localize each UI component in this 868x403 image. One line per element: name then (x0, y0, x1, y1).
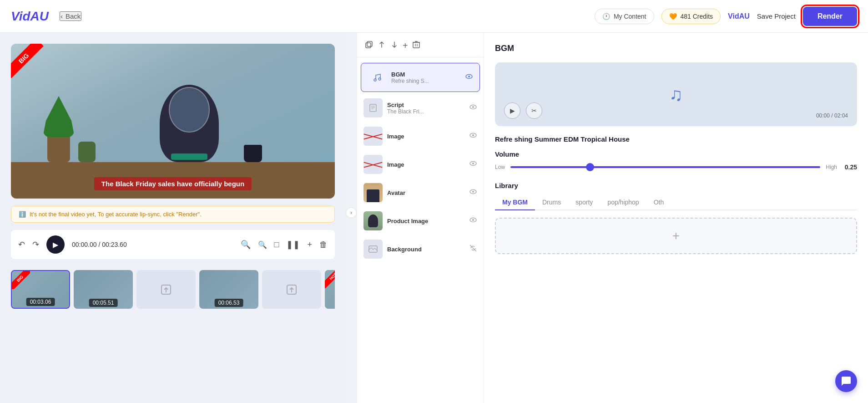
layers-toolbar: + (357, 33, 484, 57)
panel-wrapper: › + (346, 33, 868, 403)
layer-copy-button[interactable] (364, 40, 373, 51)
layer-name-product-image: Product Image (387, 218, 464, 224)
layer-delete-button[interactable] (412, 40, 421, 51)
save-project-button[interactable]: Save Project (757, 12, 796, 20)
middle-panel: + BGM Refre shing S... (357, 33, 484, 403)
layer-eye-avatar[interactable] (469, 188, 477, 198)
svg-point-19 (472, 106, 474, 108)
timeline-item-1[interactable]: BIG 00:03.06 (11, 270, 70, 309)
zoom-in-button[interactable]: 🔍 (258, 240, 267, 249)
layer-item-product-image[interactable]: Product Image (357, 207, 484, 235)
frame-button[interactable]: □ (274, 240, 279, 250)
volume-slider[interactable] (510, 166, 820, 168)
svg-point-27 (472, 219, 474, 221)
layer-thumb-bgm (368, 68, 387, 87)
layer-eye-image2[interactable] (469, 159, 477, 169)
credits-button[interactable]: 🧡 481 Credits (661, 9, 721, 24)
split-button[interactable]: ❚❚ (286, 240, 300, 250)
timeline-item-3[interactable] (136, 270, 196, 309)
layer-sub-script: The Black Fri... (387, 108, 464, 115)
volume-section: Volume Low High 0.25 (495, 150, 857, 171)
tab-sporty[interactable]: sporty (568, 195, 600, 209)
layer-eye-product-image[interactable] (469, 216, 477, 226)
layer-info-avatar: Avatar (387, 189, 464, 196)
my-content-button[interactable]: 🕐 My Content (595, 9, 654, 24)
volume-low-label: Low (495, 164, 505, 170)
timeline-item-5[interactable] (262, 270, 321, 309)
volume-value: 0.25 (843, 163, 857, 171)
layer-eye-script[interactable] (469, 103, 477, 113)
zoom-out-button[interactable]: 🔍 (241, 240, 251, 250)
main-area: BIG (0, 33, 868, 403)
volume-high-label: High (826, 164, 837, 170)
layer-info-background: Background (387, 246, 464, 253)
left-panel: BIG (0, 33, 346, 403)
redo-button[interactable]: ↷ (32, 240, 39, 250)
layer-add-button[interactable]: + (403, 41, 408, 51)
timeline-item-time-4: 00:06.53 (215, 299, 243, 307)
bgm-track-name: Refre shing Summer EDM Tropical House (495, 135, 857, 143)
layer-eye-background[interactable] (469, 244, 477, 254)
layer-name-script: Script (387, 102, 464, 108)
header: VidAU ‹ Back 🕐 My Content 🧡 481 Credits … (0, 0, 868, 33)
music-note-icon: ♫ (669, 84, 683, 105)
library-tabs: My BGM Drums sporty pop/hiphop Oth (495, 195, 857, 210)
layer-item-bgm[interactable]: BGM Refre shing S... (361, 63, 480, 92)
layer-item-background[interactable]: Background (357, 235, 484, 263)
tab-other[interactable]: Oth (646, 195, 671, 209)
vidau-brand-link[interactable]: VidAU (728, 12, 750, 20)
layer-item-image1[interactable]: Image (357, 122, 484, 150)
player-time: 00:00 / 02:04 (816, 112, 848, 119)
tab-drums[interactable]: Drums (535, 195, 568, 209)
logo: VidAU (11, 9, 49, 24)
timeline-item-4[interactable]: 00:06.53 (199, 270, 258, 309)
collapse-panel-button[interactable]: › (346, 207, 357, 218)
layer-up-button[interactable] (377, 40, 386, 51)
layer-item-image2[interactable]: Image (357, 150, 484, 179)
timeline-item-time-2: 00:05.51 (89, 299, 118, 307)
svg-point-11 (378, 78, 381, 80)
layer-name-image1: Image (387, 133, 464, 140)
layer-thumb-image2 (363, 155, 383, 174)
layer-eye-image1[interactable] (469, 131, 477, 141)
video-subtitle: The Black Friday sales have officially b… (94, 177, 252, 190)
tab-pop-hiphop[interactable]: pop/hiphop (600, 195, 646, 209)
play-button[interactable]: ▶ (46, 235, 65, 254)
svg-rect-5 (367, 41, 372, 46)
layer-thumb-product-image (363, 211, 383, 230)
svg-rect-6 (413, 42, 419, 48)
clock-icon: 🕐 (602, 13, 610, 20)
timeline-item-6[interactable]: HOT 00:06.50 (325, 270, 335, 309)
player-play-button[interactable]: ▶ (504, 102, 520, 119)
tab-my-bgm[interactable]: My BGM (495, 195, 535, 210)
layer-info-image1: Image (387, 133, 464, 140)
layer-down-button[interactable] (390, 40, 399, 51)
layer-name-bgm: BGM (391, 71, 460, 78)
layer-sub-bgm: Refre shing S... (391, 78, 460, 84)
add-bgm-button[interactable]: + (495, 218, 857, 254)
volume-label: Volume (495, 150, 857, 158)
add-clip-button[interactable]: + (307, 240, 312, 250)
layer-item-script[interactable]: Script The Black Fri... (357, 94, 484, 122)
layer-name-avatar: Avatar (387, 189, 464, 196)
video-preview: BIG (11, 44, 335, 199)
timeline-controls: ↶ ↷ ▶ 00:00.00 / 00:23.60 🔍 🔍 □ ❚❚ + 🗑 (11, 230, 335, 259)
video-inner: BIG (11, 44, 335, 199)
layer-thumb-image1 (363, 127, 383, 146)
svg-rect-4 (366, 43, 371, 48)
layer-eye-bgm[interactable] (465, 72, 473, 82)
back-button[interactable]: ‹ Back (60, 11, 81, 21)
timeline-item-2[interactable]: 00:05.51 (74, 270, 133, 309)
player-scissors-button[interactable]: ✂ (526, 102, 542, 119)
layer-info-image2: Image (387, 161, 464, 168)
layer-thumb-script (363, 98, 383, 117)
render-button[interactable]: Render (803, 7, 857, 26)
volume-row: Low High 0.25 (495, 163, 857, 171)
bgm-player: ♫ ▶ ✂ 00:00 / 02:04 (495, 62, 857, 126)
undo-button[interactable]: ↶ (18, 240, 25, 250)
svg-point-21 (472, 134, 474, 136)
timeline-strip: BIG 00:03.06 00:05.51 00:06.53 (11, 266, 335, 312)
delete-button[interactable]: 🗑 (319, 240, 328, 250)
layer-item-avatar[interactable]: Avatar (357, 179, 484, 207)
chat-button[interactable] (835, 370, 857, 392)
